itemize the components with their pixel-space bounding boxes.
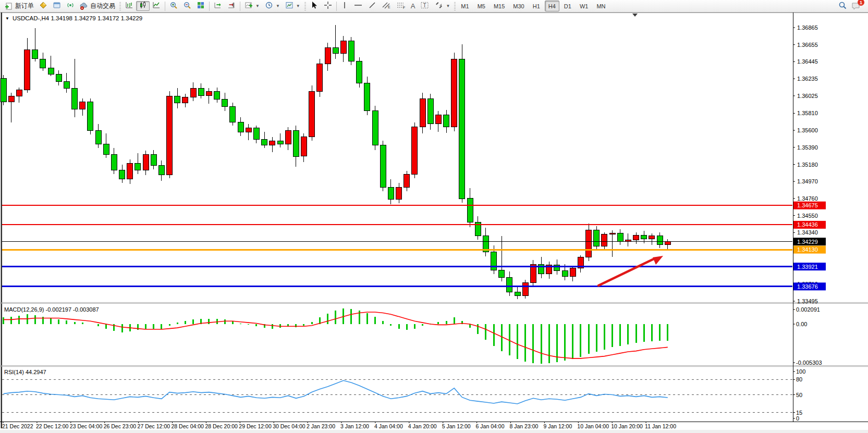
cursor-button[interactable]: [308, 1, 321, 11]
svg-text:1.35390: 1.35390: [797, 144, 818, 151]
tf-button-M1[interactable]: M1: [457, 1, 472, 11]
market-watch-button[interactable]: [36, 1, 50, 11]
svg-text:F: F: [403, 6, 405, 9]
svg-text:T: T: [423, 3, 426, 8]
tf-button-H4[interactable]: H4: [545, 1, 559, 11]
tf-button-MN[interactable]: MN: [593, 1, 609, 11]
svg-text:1.35180: 1.35180: [797, 162, 818, 168]
periods-button[interactable]: ▼: [262, 1, 283, 11]
cursor-icon: [310, 1, 319, 11]
text-tool-icon: A: [411, 2, 415, 10]
indicators-caret-icon: ▼: [255, 4, 260, 8]
channel-icon: E: [382, 1, 391, 11]
new-order-button[interactable]: 新订单: [2, 1, 36, 11]
svg-text:-0.005303: -0.005303: [796, 360, 822, 366]
svg-text:10 Jan 20:00: 10 Jan 20:00: [611, 423, 643, 429]
svg-text:1.34130: 1.34130: [797, 246, 818, 253]
svg-text:1.33495: 1.33495: [797, 298, 818, 304]
svg-text:4 Jan 20:00: 4 Jan 20:00: [408, 423, 437, 429]
notifications-icon[interactable]: 1: [851, 2, 861, 10]
tf-button-W1[interactable]: W1: [576, 1, 592, 11]
tf-button-M30[interactable]: M30: [509, 1, 528, 11]
chart-canvas[interactable]: 1.368651.366551.364451.362351.360251.358…: [0, 13, 868, 433]
trendline-tool-button[interactable]: [365, 1, 379, 11]
svg-text:50: 50: [796, 392, 802, 398]
svg-text:1.35810: 1.35810: [797, 110, 818, 116]
chart-title: ▼ USDCAD-,H4 1.34198 1.34279 1.34172 1.3…: [5, 15, 142, 21]
svg-text:10 Jan 04:00: 10 Jan 04:00: [577, 423, 609, 429]
toolbar-drag-handle[interactable]: [119, 2, 121, 10]
zoom-in-button[interactable]: [167, 1, 180, 11]
profiles-button[interactable]: [50, 1, 64, 11]
svg-text:26 Dec 23:00: 26 Dec 23:00: [104, 423, 137, 429]
svg-text:1.35600: 1.35600: [797, 127, 818, 133]
tf-button-M5[interactable]: M5: [474, 1, 489, 11]
fibonacci-tool-button[interactable]: F: [394, 1, 408, 11]
chart-shift-icon: [227, 1, 236, 11]
line-chart-button[interactable]: [150, 1, 163, 11]
text-tool-button[interactable]: A: [408, 1, 418, 11]
equidistant-channel-button[interactable]: E: [379, 1, 394, 11]
tf-button-D1[interactable]: D1: [560, 1, 575, 11]
svg-text:1.34970: 1.34970: [797, 178, 818, 184]
auto-scroll-button[interactable]: [211, 1, 225, 11]
svg-text:0.00: 0.00: [796, 321, 807, 327]
svg-text:5 Jan 12:00: 5 Jan 12:00: [442, 423, 471, 429]
horizontal-line-tool-button[interactable]: [351, 1, 365, 11]
templates-button[interactable]: ▼: [283, 1, 303, 11]
candlestick-chart-button[interactable]: [136, 1, 150, 11]
text-label-tool-button[interactable]: T: [418, 1, 432, 11]
chart-shift-button[interactable]: [225, 1, 238, 11]
profile-window-icon: [53, 1, 61, 11]
svg-text:1.36865: 1.36865: [797, 24, 818, 31]
svg-text:15: 15: [796, 410, 802, 416]
timeframe-group: M1M5M15M30H1H4D1W1MN: [457, 1, 609, 11]
search-icon[interactable]: [838, 1, 847, 11]
tile-windows-icon: [197, 1, 205, 11]
svg-text:21 Dec 2022: 21 Dec 2022: [2, 423, 33, 429]
shapes-tool-button[interactable]: ▼: [432, 1, 453, 11]
metatrader-window: 新订单 自动交易: [0, 0, 868, 433]
svg-text:9 Jan 12:00: 9 Jan 12:00: [543, 423, 572, 429]
templates-caret-icon: ▼: [296, 4, 300, 8]
template-icon: [285, 1, 294, 11]
svg-text:3 Jan 12:00: 3 Jan 12:00: [340, 423, 369, 429]
vertical-line-tool-button[interactable]: [338, 1, 351, 11]
new-order-icon: [5, 2, 13, 10]
bar-chart-button[interactable]: [123, 1, 136, 11]
periods-caret-icon: ▼: [276, 4, 280, 8]
clock-icon: [265, 1, 273, 11]
toolbar-drag-handle-3[interactable]: [454, 2, 456, 10]
auto-trading-button[interactable]: 自动交易: [77, 1, 118, 11]
signal-waves-icon: [66, 1, 75, 11]
crosshair-button[interactable]: [321, 1, 335, 11]
window-bottom-strip: [0, 430, 868, 433]
tf-button-M15[interactable]: M15: [490, 1, 508, 11]
signals-button[interactable]: [64, 1, 77, 11]
zoom-out-button[interactable]: [180, 1, 194, 11]
svg-text:E: E: [388, 5, 390, 9]
svg-text:1.34436: 1.34436: [797, 221, 818, 228]
notification-badge: 1: [858, 0, 864, 6]
toolbar-drag-handle-2[interactable]: [304, 2, 306, 10]
svg-text:0: 0: [796, 415, 799, 422]
gold-diamond-icon: [39, 1, 47, 11]
tf-button-H1[interactable]: H1: [529, 1, 544, 11]
zoom-out-icon: [183, 1, 191, 11]
tile-windows-button[interactable]: [194, 1, 207, 11]
indicators-button[interactable]: ▼: [242, 1, 262, 11]
chart-title-dropdown-icon[interactable]: ▼: [5, 16, 9, 21]
svg-text:1.34760: 1.34760: [797, 195, 818, 202]
bar-chart-icon: [125, 1, 133, 11]
svg-text:23 Dec 04:00: 23 Dec 04:00: [70, 423, 103, 429]
new-order-label: 新订单: [15, 2, 34, 10]
svg-text:28 Dec 20:00: 28 Dec 20:00: [205, 423, 238, 429]
svg-text:2 Jan 23:00: 2 Jan 23:00: [307, 423, 335, 429]
svg-text:100: 100: [796, 368, 805, 375]
shapes-caret-icon: ▼: [446, 4, 450, 8]
svg-text:28 Dec 04:00: 28 Dec 04:00: [172, 423, 204, 429]
auto-scroll-icon: [214, 1, 222, 11]
svg-text:30 Dec 04:00: 30 Dec 04:00: [273, 423, 305, 429]
crosshair-icon: [324, 1, 332, 11]
svg-text:80: 80: [796, 376, 802, 382]
